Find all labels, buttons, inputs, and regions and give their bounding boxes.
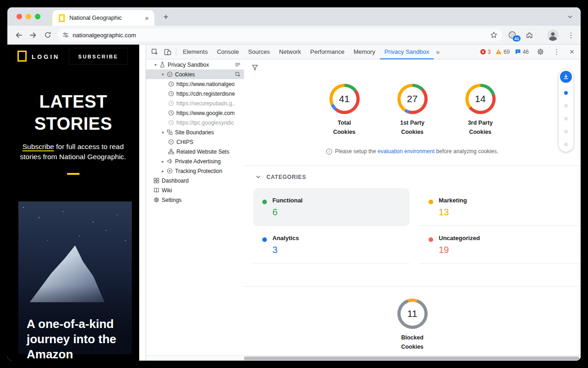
scrollbar-thumb[interactable] xyxy=(244,356,579,360)
first-party-cookies-card: 27 1st Party Cookies xyxy=(391,84,434,137)
site-boundaries-icon xyxy=(166,129,173,136)
evaluation-environment-link[interactable]: evaluation environment xyxy=(378,148,435,155)
login-link[interactable]: LOGIN xyxy=(32,53,60,60)
nav-dot[interactable] xyxy=(564,104,568,108)
private-advertising-icon xyxy=(166,158,173,165)
tab-search-chevron-icon[interactable] xyxy=(565,12,575,22)
devtools-close-icon[interactable]: × xyxy=(567,47,577,57)
error-count[interactable]: 3 xyxy=(480,49,491,55)
filter-funnel-icon[interactable] xyxy=(249,62,260,73)
new-tab-button[interactable]: + xyxy=(160,11,172,23)
download-icon xyxy=(563,74,569,80)
category-functional[interactable]: Functional 6 xyxy=(253,188,409,226)
cookie-extension-icon[interactable]: 41 xyxy=(507,29,518,41)
categories-title: CATEGORIES xyxy=(266,174,306,180)
profile-avatar[interactable] xyxy=(547,29,559,41)
back-button[interactable] xyxy=(11,28,26,42)
reload-button[interactable] xyxy=(40,28,55,42)
collapse-arrow-icon[interactable]: ▸ xyxy=(160,169,166,173)
download-report-button[interactable] xyxy=(560,71,572,83)
browser-menu-icon[interactable]: ⋮ xyxy=(566,29,576,41)
clock-icon xyxy=(167,80,175,87)
category-analytics[interactable]: Analytics 3 xyxy=(253,226,409,264)
categories-header[interactable]: CATEGORIES xyxy=(244,166,581,188)
tree-item-url-securepubads[interactable]: https://securepubads.g.. xyxy=(146,98,244,108)
tab-close-icon[interactable]: × xyxy=(143,15,151,22)
tree-item-related-website-sets[interactable]: Related Website Sets xyxy=(146,147,244,156)
blocked-cookies-card: 11 Blocked Cookies xyxy=(244,299,581,351)
tab-console[interactable]: Console xyxy=(212,45,243,59)
url-text[interactable]: nationalgeographic.com xyxy=(73,32,490,39)
third-party-cookies-label: 3rd Party Cookies xyxy=(464,118,497,137)
tab-performance[interactable]: Performance xyxy=(305,45,349,59)
expand-arrow-icon[interactable]: ▾ xyxy=(160,130,166,135)
tab-strip: National Geographic × + xyxy=(7,7,581,26)
devtools-settings-gear-icon[interactable] xyxy=(534,46,547,58)
tracking-protection-icon xyxy=(166,167,173,174)
total-cookies-label: Total Cookies xyxy=(328,118,361,137)
inspect-element-icon[interactable] xyxy=(148,46,161,58)
tree-item-privacy-sandbox[interactable]: ▾ Privacy Sandbox xyxy=(146,60,244,69)
tree-item-tracking-protection[interactable]: ▸ Tracking Protection xyxy=(146,166,244,176)
tree-item-cookies[interactable]: ▾ Cookies xyxy=(146,69,244,79)
device-toolbar-icon[interactable] xyxy=(161,46,174,58)
warning-count[interactable]: 69 xyxy=(496,49,509,55)
tab-elements[interactable]: Elements xyxy=(178,45,212,59)
expand-arrow-icon[interactable]: ▾ xyxy=(160,72,166,77)
tree-menu-icon[interactable] xyxy=(234,61,241,68)
extensions-puzzle-icon[interactable] xyxy=(523,29,535,41)
category-uncategorized[interactable]: Uncategorized 19 xyxy=(419,226,581,264)
tab-privacy-sandbox[interactable]: Privacy Sandbox xyxy=(380,45,434,59)
tree-item-url-nationalgeographic[interactable]: https://www.nationalgeo xyxy=(146,79,244,89)
browser-tab[interactable]: National Geographic × xyxy=(52,10,154,26)
blocked-cookies-value: 11 xyxy=(401,302,424,326)
tab-memory[interactable]: Memory xyxy=(349,45,380,59)
subscribe-button[interactable]: SUBSCRIBE xyxy=(69,48,128,65)
horizontal-scrollbar[interactable] xyxy=(146,355,581,361)
devtools-menu-icon[interactable]: ⋮ xyxy=(552,48,562,56)
forward-button[interactable] xyxy=(26,28,40,42)
tab-title: National Geographic xyxy=(69,15,143,21)
page-scrollbar[interactable] xyxy=(139,45,146,361)
tree-item-site-boundaries[interactable]: ▾ Site Boundaries xyxy=(146,127,244,137)
site-settings-icon[interactable] xyxy=(62,32,69,38)
section-nav-dots xyxy=(564,91,568,146)
category-color-dot xyxy=(262,237,267,242)
issues-count[interactable]: 46 xyxy=(515,49,529,55)
window-zoom-button[interactable] xyxy=(35,14,40,19)
tree-item-dashboard[interactable]: Dashboard xyxy=(146,176,244,185)
nav-dot[interactable] xyxy=(564,143,568,146)
subscribe-inline-link[interactable]: Subscribe xyxy=(23,143,54,150)
story-title[interactable]: A one-of-a-kind journey into the Amazon xyxy=(27,316,116,361)
tree-item-url-registerdisney[interactable]: https://cdn.registerdisne xyxy=(146,89,244,98)
blocked-cookies-label: Blocked Cookies xyxy=(396,333,429,351)
tree-item-url-googlesyndication[interactable]: https://tpc.googlesyndic xyxy=(146,118,244,127)
nav-dot[interactable] xyxy=(564,91,568,95)
tab-sources[interactable]: Sources xyxy=(243,45,275,59)
stars-decoration xyxy=(23,207,24,208)
tree-item-wiki[interactable]: Wiki xyxy=(146,185,244,195)
total-cookies-card: 41 Total Cookies xyxy=(323,84,366,137)
inspect-icon[interactable] xyxy=(234,71,241,78)
nav-dot[interactable] xyxy=(564,117,568,121)
more-tabs-icon[interactable]: » xyxy=(434,48,442,56)
collapse-arrow-icon[interactable]: ▸ xyxy=(160,159,166,164)
total-cookies-value: 41 xyxy=(333,87,356,111)
window-controls xyxy=(17,14,40,19)
window-minimize-button[interactable] xyxy=(26,14,31,19)
nav-dot[interactable] xyxy=(564,130,568,133)
category-marketing[interactable]: Marketing 13 xyxy=(419,188,581,226)
tree-item-settings[interactable]: Settings xyxy=(146,195,244,205)
window-close-button[interactable] xyxy=(17,14,22,19)
address-bar[interactable]: nationalgeographic.com xyxy=(58,29,502,41)
expand-arrow-icon[interactable]: ▾ xyxy=(153,63,158,67)
first-party-cookies-label: 1st Party Cookies xyxy=(396,118,429,137)
blocked-cookies-donut: 11 xyxy=(397,299,428,329)
tree-item-private-advertising[interactable]: ▸ Private Advertising xyxy=(146,156,244,166)
tree-item-url-google[interactable]: https://www.google.com xyxy=(146,108,244,118)
cookies-report: 41 Total Cookies 27 1st Party Cookies xyxy=(244,59,581,351)
tab-network[interactable]: Network xyxy=(275,45,306,59)
tree-item-chips[interactable]: CHIPS xyxy=(146,137,244,147)
national-geographic-logo[interactable] xyxy=(17,51,27,62)
bookmark-star-icon[interactable] xyxy=(490,31,498,39)
